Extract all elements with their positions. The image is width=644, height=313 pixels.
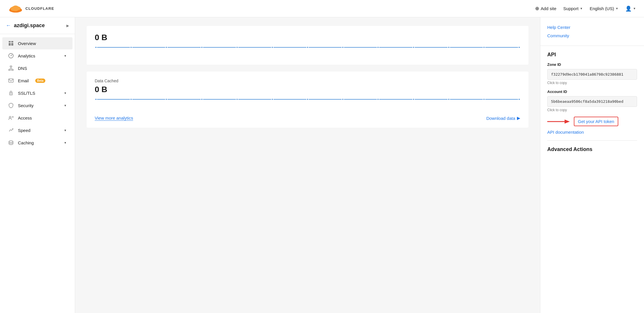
chart-dot bbox=[271, 46, 273, 49]
chart-dot bbox=[201, 46, 203, 49]
help-center-link[interactable]: Help Center bbox=[547, 23, 637, 31]
chart-line-bg bbox=[238, 47, 271, 48]
overview-icon bbox=[8, 40, 14, 46]
nav-items: Overview Analytics ▼ D bbox=[0, 34, 75, 152]
api-token-arrow bbox=[547, 118, 570, 126]
zone-id-label: Zone ID bbox=[547, 62, 637, 67]
security-shield-icon bbox=[8, 103, 14, 108]
api-title: API bbox=[547, 52, 637, 58]
topnav: CLOUDFLARE ⊕ Add site Support ▼ English … bbox=[0, 0, 644, 17]
sidebar-item-speed[interactable]: Speed ▼ bbox=[2, 124, 72, 136]
zone-id-copy-hint: Click to copy bbox=[547, 81, 637, 85]
chart-dots-cached bbox=[95, 98, 520, 100]
speed-icon bbox=[8, 127, 14, 133]
email-beta-badge: Beta bbox=[35, 79, 46, 83]
back-arrow-icon[interactable]: ← bbox=[6, 23, 11, 29]
chart-dot bbox=[342, 98, 344, 100]
chart-line-bg bbox=[450, 47, 483, 48]
sidebar-item-email[interactable]: Email Beta bbox=[2, 74, 72, 87]
chart-dot bbox=[236, 46, 238, 49]
chart-line-bg bbox=[309, 99, 342, 100]
chart-dot bbox=[95, 98, 97, 100]
plus-icon: ⊕ bbox=[535, 5, 539, 12]
chart-dots-bandwidth bbox=[95, 46, 520, 49]
sidebar-item-security[interactable]: Security ▼ bbox=[2, 99, 72, 111]
svg-rect-18 bbox=[9, 79, 13, 82]
chart-line-bg bbox=[167, 99, 200, 100]
site-header-left: ← azdigi.space bbox=[6, 23, 45, 29]
caching-icon bbox=[8, 140, 14, 146]
main-layout: ← azdigi.space ▶ Overview bbox=[0, 17, 644, 313]
chart-value-bandwidth: 0 B bbox=[95, 33, 520, 42]
chart-dot bbox=[412, 98, 415, 100]
svg-point-11 bbox=[11, 55, 12, 56]
chart-line-bg bbox=[450, 99, 483, 100]
support-caret-icon: ▼ bbox=[580, 7, 583, 10]
sidebar: ← azdigi.space ▶ Overview bbox=[0, 17, 75, 313]
chart-dot bbox=[483, 98, 485, 100]
chart-dot bbox=[483, 46, 485, 49]
account-id-value[interactable]: 5b6beaeaa9506cf8a5da391218a90bed bbox=[547, 96, 637, 107]
analytics-icon bbox=[8, 53, 14, 59]
support-label: Support bbox=[563, 6, 579, 11]
get-api-token-link[interactable]: Get your API token bbox=[574, 117, 618, 126]
download-data-button[interactable]: Download data ▶ bbox=[486, 115, 520, 121]
site-chevron-icon[interactable]: ▶ bbox=[66, 24, 69, 28]
sidebar-item-label: Security bbox=[18, 103, 33, 108]
ssl-lock-icon bbox=[8, 90, 14, 96]
sidebar-item-label: DNS bbox=[18, 66, 27, 71]
help-links-section: Help Center Community bbox=[540, 17, 644, 46]
cloudflare-wordmark: CLOUDFLARE bbox=[25, 6, 54, 11]
sidebar-item-caching[interactable]: Caching ▼ bbox=[2, 137, 72, 149]
download-arrow-icon: ▶ bbox=[517, 115, 520, 121]
language-button[interactable]: English (US) ▼ bbox=[590, 6, 618, 11]
cloudflare-logo: CLOUDFLARE bbox=[8, 4, 54, 13]
sidebar-item-label: Overview bbox=[18, 41, 36, 46]
email-icon bbox=[8, 78, 14, 83]
sidebar-item-label: Analytics bbox=[18, 53, 35, 58]
chart-line-bg bbox=[97, 47, 130, 48]
svg-rect-14 bbox=[12, 69, 13, 70]
user-menu-button[interactable]: 👤 ▼ bbox=[625, 5, 636, 12]
svg-point-20 bbox=[11, 94, 12, 94]
security-caret-icon: ▼ bbox=[64, 104, 67, 107]
content-inner: 0 B bbox=[75, 17, 540, 143]
chart-dot bbox=[130, 98, 132, 100]
view-more-analytics-link[interactable]: View more analytics bbox=[95, 115, 133, 121]
site-name: azdigi.space bbox=[14, 23, 45, 29]
zone-id-value[interactable]: f32279d9ecb170041a86798c92386881 bbox=[547, 69, 637, 80]
logo-area: CLOUDFLARE bbox=[8, 4, 54, 13]
chart-line-bg bbox=[344, 99, 377, 100]
chart-value-cached: 0 B bbox=[95, 85, 520, 94]
chart-line-bg bbox=[132, 99, 165, 100]
support-button[interactable]: Support ▼ bbox=[563, 6, 583, 11]
sidebar-item-label: Caching bbox=[18, 140, 34, 145]
chart-dot bbox=[236, 98, 238, 100]
chart-dot bbox=[377, 46, 379, 49]
chart-dot bbox=[130, 46, 132, 49]
chart-dot bbox=[448, 46, 450, 49]
api-documentation-link[interactable]: API documentation bbox=[547, 130, 637, 135]
sidebar-item-access[interactable]: Access bbox=[2, 112, 72, 124]
language-label: English (US) bbox=[590, 6, 614, 11]
sidebar-item-analytics[interactable]: Analytics ▼ bbox=[2, 50, 72, 62]
add-site-button[interactable]: ⊕ Add site bbox=[535, 5, 556, 12]
sidebar-item-label: SSL/TLS bbox=[18, 91, 35, 96]
chart-line-bg bbox=[415, 47, 448, 48]
caching-caret-icon: ▼ bbox=[64, 141, 67, 144]
sidebar-item-dns[interactable]: DNS bbox=[2, 62, 72, 74]
chart-dot bbox=[271, 98, 273, 100]
chart-dot bbox=[448, 98, 450, 100]
advanced-actions-title: Advanced Actions bbox=[540, 141, 644, 154]
community-link[interactable]: Community bbox=[547, 31, 637, 40]
site-header: ← azdigi.space ▶ bbox=[0, 17, 75, 34]
access-icon bbox=[8, 115, 14, 121]
chart-dot bbox=[342, 46, 344, 49]
sidebar-item-ssl-tls[interactable]: SSL/TLS ▼ bbox=[2, 87, 72, 99]
sidebar-item-overview[interactable]: Overview bbox=[2, 37, 72, 49]
svg-rect-6 bbox=[9, 41, 11, 42]
chart-line-bg bbox=[379, 99, 412, 100]
chart-actions: View more analytics Download data ▶ bbox=[95, 115, 520, 121]
chart-line-bg bbox=[273, 99, 306, 100]
sidebar-item-label: Access bbox=[18, 115, 32, 120]
